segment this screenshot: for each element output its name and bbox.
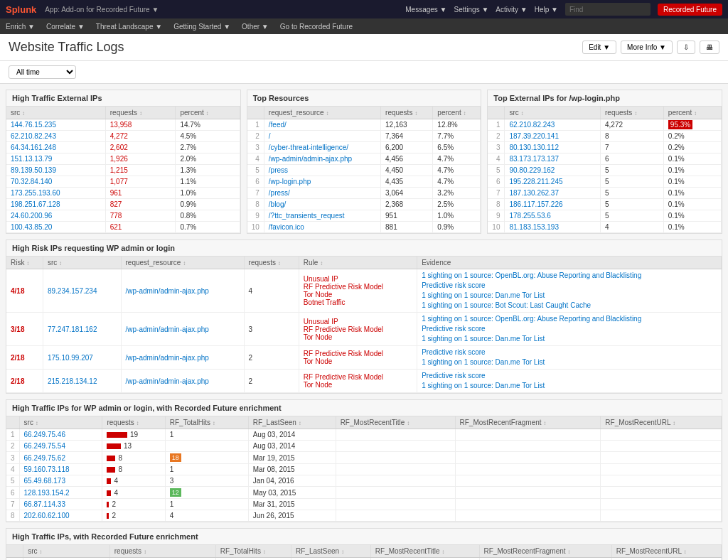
col-rf-total[interactable]: RF_TotalHits ↕ xyxy=(165,416,248,429)
resource-cell: /favicon.ico xyxy=(264,222,380,233)
src-cell: 198.251.67.128 xyxy=(6,199,105,210)
requests-cell: 827 xyxy=(105,199,176,210)
percent-cell: 2.0% xyxy=(176,154,240,165)
correlate-menu[interactable]: Correlate ▼ xyxy=(46,23,85,31)
col-rule[interactable]: Rule ↕ xyxy=(299,257,417,269)
high-risk-header: High Risk IPs requesting WP admin or log… xyxy=(6,240,722,257)
col-resource[interactable]: request_resource ↕ xyxy=(121,257,244,269)
col-rf-last[interactable]: RF_LastSeen ↕ xyxy=(248,416,336,429)
app-label[interactable]: App: Add-on for Recorded Future ▼ xyxy=(45,6,159,14)
table-row: 70.32.84.140 1,077 1.1% xyxy=(6,176,240,188)
col-requests[interactable]: requests ↕ xyxy=(105,107,176,119)
find-input[interactable] xyxy=(565,3,651,16)
table-row: 151.13.13.79 1,926 2.0% xyxy=(6,154,240,165)
getting-started-menu[interactable]: Getting Started ▼ xyxy=(173,23,230,31)
percent-cell: 0.1% xyxy=(663,188,721,199)
enrich-menu[interactable]: Enrich ▼ xyxy=(6,23,35,31)
table-row: 198.251.67.128 827 0.9% xyxy=(6,199,240,210)
percent-cell: 4.7% xyxy=(433,154,481,165)
num-cell: 7 xyxy=(247,188,264,199)
col-percent[interactable]: percent ↕ xyxy=(433,107,481,119)
print-button[interactable]: 🖶 xyxy=(700,41,719,54)
col-requests[interactable]: requests ↕ xyxy=(244,257,299,269)
num-cell: 2 xyxy=(6,441,19,452)
activity-menu[interactable]: Activity ▼ xyxy=(496,6,527,14)
col-requests[interactable]: requests ↕ xyxy=(109,545,215,558)
col-src[interactable]: src ↕ xyxy=(505,107,601,119)
sub-nav: Enrich ▼ Correlate ▼ Threat Landscape ▼ … xyxy=(0,18,728,34)
rf-url-cell xyxy=(601,510,722,522)
resource-cell: /wp-login.php xyxy=(264,176,380,188)
risk-cell: 2/18 xyxy=(6,370,43,393)
edit-button[interactable]: Edit ▼ xyxy=(582,41,616,54)
rf-total-cell: 1 xyxy=(165,429,248,441)
src-cell: 187.130.262.37 xyxy=(505,188,601,199)
col-rf-url[interactable]: RF_MostRecentURL ↕ xyxy=(601,416,722,429)
rf-url-cell xyxy=(611,558,721,561)
rf-total-cell: 4 xyxy=(165,510,248,522)
resource-cell: /wp-admin/admin-ajax.php xyxy=(121,313,244,346)
table-row: 173.255.193.60 961 1.0% xyxy=(6,188,240,199)
col-rf-fragment[interactable]: RF_MostRecentFragment ↕ xyxy=(479,545,611,558)
high-traffic-panel: High Traffic External IPs src ↕ requests… xyxy=(6,90,241,234)
requests-cell: 778 xyxy=(105,210,176,222)
col-src[interactable]: src ↕ xyxy=(43,257,121,269)
messages-menu[interactable]: Messages ▼ xyxy=(405,6,446,14)
src-cell: 66.249.75.46 xyxy=(19,429,102,441)
more-info-button[interactable]: More Info ▼ xyxy=(621,41,673,54)
table-row: 3/18 77.247.181.162 /wp-admin/admin-ajax… xyxy=(6,313,722,346)
col-percent[interactable]: percent ↕ xyxy=(663,107,721,119)
go-to-recorded-future[interactable]: Go to Recorded Future xyxy=(280,23,353,31)
col-src[interactable]: src ↕ xyxy=(23,545,110,558)
recorded-future-button[interactable]: Recorded Future xyxy=(658,4,722,16)
resource-cell: /cyber-threat-intelligence/ xyxy=(264,142,380,154)
col-requests[interactable]: requests ↕ xyxy=(102,416,165,429)
col-rf-last[interactable]: RF_LastSeen ↕ xyxy=(291,545,371,558)
src-cell: 100.43.85.20 xyxy=(6,222,105,233)
num-cell: 1 xyxy=(247,119,264,131)
other-menu[interactable]: Other ▼ xyxy=(242,23,269,31)
src-cell: 144.76.15.235 xyxy=(6,119,105,131)
rf-fragment-cell xyxy=(455,487,601,499)
rf-title-cell xyxy=(370,558,479,561)
help-menu[interactable]: Help ▼ xyxy=(535,6,558,14)
main-content: High Traffic External IPs src ↕ requests… xyxy=(0,84,728,560)
col-rf-title[interactable]: RF_MostRecentTitle ↕ xyxy=(370,545,479,558)
col-resource[interactable]: request_resource ↕ xyxy=(264,107,380,119)
table-row: 8 202.60.62.100 2 4 Jun 26, 2015 xyxy=(6,510,722,522)
top-external-ips-table: src ↕ requests ↕ percent ↕ 1 62.210.82.2… xyxy=(488,107,722,233)
percent-cell: 0.1% xyxy=(663,154,721,165)
rule-cell: RF Predictive Risk ModelTor Node xyxy=(299,346,417,370)
requests-cell: 5 xyxy=(601,199,664,210)
requests-cell: 4 xyxy=(102,475,165,487)
percent-cell: 0.7% xyxy=(176,222,240,233)
top-resources-panel: Top Resources request_resource ↕ request… xyxy=(247,90,482,234)
col-rf-fragment[interactable]: RF_MostRecentFragment ↕ xyxy=(455,416,601,429)
col-risk[interactable]: Risk ↕ xyxy=(6,257,43,269)
percent-cell: 4.7% xyxy=(433,165,481,176)
rf-url-cell xyxy=(601,475,722,487)
col-rf-url[interactable]: RF_MostRecentURL ↕ xyxy=(611,545,721,558)
threat-landscape-menu[interactable]: Threat Landscape ▼ xyxy=(96,23,162,31)
col-requests[interactable]: requests ↕ xyxy=(381,107,433,119)
col-percent[interactable]: percent ↕ xyxy=(176,107,240,119)
src-cell: 77.247.181.162 xyxy=(43,313,121,346)
num-cell: 4 xyxy=(488,154,505,165)
col-src[interactable]: src ↕ xyxy=(19,416,102,429)
table-row: 5 90.80.229.162 5 0.1% xyxy=(488,165,721,176)
col-rf-total[interactable]: RF_TotalHits ↕ xyxy=(215,545,291,558)
col-evidence: Evidence xyxy=(417,257,722,269)
src-cell: 59.160.73.118 xyxy=(19,464,102,475)
high-risk-section: High Risk IPs requesting WP admin or log… xyxy=(6,239,722,394)
time-filter-select[interactable]: All time Last 24 hours Last 7 days Last … xyxy=(9,65,76,79)
splunk-logo[interactable]: Splunk xyxy=(6,4,36,15)
col-requests[interactable]: requests ↕ xyxy=(601,107,664,119)
resource-cell: /?ttc_transients_request xyxy=(264,210,380,222)
settings-menu[interactable]: Settings ▼ xyxy=(454,6,489,14)
col-rf-title[interactable]: RF_MostRecentTitle ↕ xyxy=(336,416,455,429)
rf-last-cell: Aug 26, 2015 xyxy=(291,558,371,561)
rf-title-cell xyxy=(336,499,455,510)
export-button[interactable]: ⇩ xyxy=(677,41,695,54)
num-cell: 5 xyxy=(488,165,505,176)
col-src[interactable]: src ↕ xyxy=(6,107,105,119)
